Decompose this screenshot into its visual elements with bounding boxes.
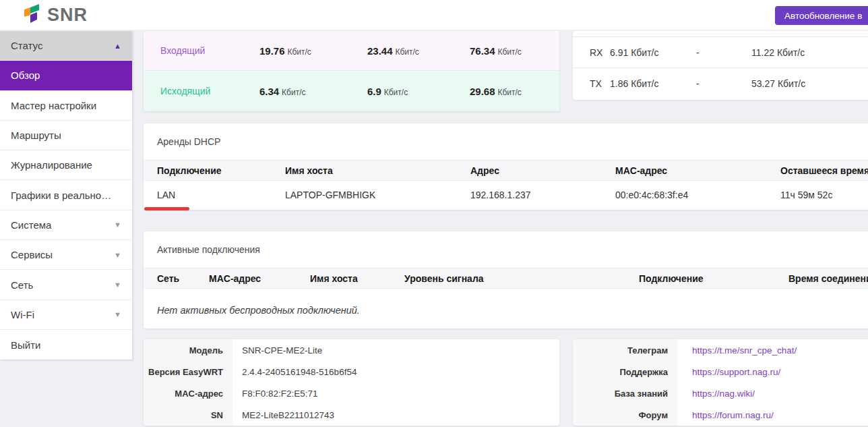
info-label: Версия EasyWRT [144,361,232,382]
info-row-firmware: Версия EasyWRT 2.4.4-2405161948-516b6f54 [144,361,559,382]
chevron-down-icon: ▼ [114,310,121,318]
column-header: Адрес [470,165,499,176]
traffic-label: Исходящий [160,86,210,96]
wan-row-tx: TX 1.86 Кбит/с - 53.27 Кбит/с [573,68,868,99]
traffic-value: 29.68 Кбит/с [470,86,522,97]
dhcp-table-header: Подключение Имя хоста Адрес MAC-адрес Ос… [144,160,868,181]
traffic-value: 23.44 Кбит/с [367,45,419,57]
dhcp-table-row: LAN LAPTOP-GFMBHIGK 192.168.1.237 00:e0:… [144,181,868,209]
support-link[interactable]: https://support.nag.ru/ [692,367,780,377]
knowledge-base-link[interactable]: https://nag.wiki/ [692,389,755,399]
info-value: 2.4.4-2405161948-516b6f54 [232,367,356,377]
rx-value-1: 6.91 Кбит/с [610,47,658,58]
sidebar-item-label: Маршруты [11,130,61,141]
sidebar-item-system[interactable]: Система ▼ [0,210,132,240]
info-label: Модель [144,339,232,361]
info-row-model: Модель SNR-CPE-ME2-Lite [144,339,559,361]
column-header: MAC-адрес [209,273,261,284]
sidebar-item-label: Обзор [11,69,40,81]
traffic-value: 19.76 Кбит/с [259,45,311,57]
chevron-up-icon: ▲ [114,42,121,50]
auto-refresh-button[interactable]: Автообновление в [775,6,868,25]
dhcp-mac-cell: 00:e0:4c:68:3f:e4 [615,190,688,200]
dhcp-card-title: Аренды DHCP [144,123,868,160]
column-header: Время соединения [788,273,868,284]
tx-dash: - [696,78,700,89]
sidebar-item-label: Статус [11,40,42,51]
sidebar-item-setup-wizard[interactable]: Мастер настройки [0,91,132,121]
info-row-serial: SN ME2-LiteB2211012743 [144,404,559,426]
info-label: SN [144,404,232,426]
rx-label: RX [590,47,602,58]
column-header: Подключение [157,165,222,176]
link-label: Форум [573,404,677,426]
dhcp-address-cell: 192.168.1.237 [470,190,531,200]
tx-value-1: 1.86 Кбит/с [610,78,658,89]
sidebar-item-overview[interactable]: Обзор [0,61,132,90]
dhcp-connection-cell: LAN [157,190,175,200]
dhcp-lease-time-cell: 11ч 59м 52с [780,190,832,200]
link-row-knowledge-base: База знаний https://nag.wiki/ [573,382,868,404]
traffic-row-incoming: Входящий 19.76 Кбит/с 23.44 Кбит/с 76.34… [144,31,559,71]
tx-label: TX [590,78,602,89]
snr-logo: SNR [23,3,88,26]
sidebar-item-realtime-graphs[interactable]: Графики в реальном в... [0,180,132,210]
link-label: База знаний [573,382,677,404]
wan-row-rx: RX 6.91 Кбит/с - 11.22 Кбит/с [573,37,868,68]
sidebar-item-wifi[interactable]: Wi-Fi ▼ [0,300,132,330]
sidebar-item-label: Мастер настройки [11,100,96,111]
traffic-row-outgoing: Исходящий 6.34 Кбит/с 6.9 Кбит/с 29.68 К… [144,71,559,111]
sidebar-nav: Статус ▲ Обзор Мастер настройки Маршруты… [0,31,132,360]
snr-logo-icon [23,3,43,26]
chevron-down-icon: ▼ [114,281,121,289]
tx-value-2: 53.27 Кбит/с [751,78,805,89]
wan-stats-card: RX 6.91 Кбит/с - 11.22 Кбит/с TX 1.86 Кб… [573,31,868,100]
forum-link[interactable]: https://forum.nag.ru/ [692,410,774,420]
logo-text: SNR [47,3,88,26]
column-header: Подключение [639,273,704,284]
column-header: Уровень сигнала [404,273,484,284]
sidebar-item-routes[interactable]: Маршруты [0,121,132,150]
column-header: MAC-адрес [615,165,667,176]
top-header: SNR Автообновление в [0,0,868,30]
info-value: SNR-CPE-ME2-Lite [232,345,322,355]
sidebar-item-logging[interactable]: Журналирование [0,150,132,180]
sidebar-item-status[interactable]: Статус ▲ [0,31,132,61]
sidebar-item-label: Графики в реальном в... [11,190,112,201]
sidebar-item-network[interactable]: Сеть ▼ [0,270,132,300]
sidebar-item-label: Система [11,219,51,231]
link-label: Поддержка [573,361,677,382]
traffic-value: 6.34 Кбит/с [259,86,306,97]
rx-dash: - [696,47,700,58]
sidebar-item-label: Журналирование [11,159,92,171]
column-header: Имя хоста [310,273,358,284]
chevron-down-icon: ▼ [114,251,121,259]
info-value: F8:F0:82:F2:E5:71 [232,389,318,399]
traffic-value: 76.34 Кбит/с [470,45,522,57]
dhcp-hostname-cell: LAPTOP-GFMBHIGK [285,190,375,200]
rx-value-2: 11.22 Кбит/с [751,47,805,58]
support-links-card: Телеграм https://t.me/snr_cpe_chat/ Подд… [573,339,868,426]
telegram-link[interactable]: https://t.me/snr_cpe_chat/ [692,345,797,355]
no-active-connections-message: Нет активных беспроводных подключений. [144,289,868,316]
active-connections-header: Сеть MAC-адрес Имя хоста Уровень сигнала… [144,268,868,289]
info-label: MAC-адрес [144,382,232,404]
sidebar-item-label: Wi-Fi [11,309,34,320]
active-connections-card: Активные подключения Сеть MAC-адрес Имя … [144,231,868,329]
annotation-underline-lan [144,207,189,210]
link-row-telegram: Телеграм https://t.me/snr_cpe_chat/ [573,339,868,361]
sidebar-item-services[interactable]: Сервисы ▼ [0,240,132,270]
sidebar-item-label: Выйти [11,339,40,351]
wan-card-top-strip [573,31,868,37]
column-header: Сеть [157,273,179,284]
traffic-value: 6.9 Кбит/с [367,86,408,97]
column-header: Оставшееся время а [780,165,868,176]
sidebar-item-label: Сервисы [11,249,53,260]
info-value: ME2-LiteB2211012743 [232,410,334,420]
sidebar-item-label: Сеть [11,279,33,291]
device-info-card: Модель SNR-CPE-ME2-Lite Версия EasyWRT 2… [144,339,559,426]
sidebar-item-logout[interactable]: Выйти [0,330,132,360]
chevron-down-icon: ▼ [114,221,121,229]
link-label: Телеграм [573,339,677,361]
traffic-summary-card: Входящий 19.76 Кбит/с 23.44 Кбит/с 76.34… [144,31,559,111]
